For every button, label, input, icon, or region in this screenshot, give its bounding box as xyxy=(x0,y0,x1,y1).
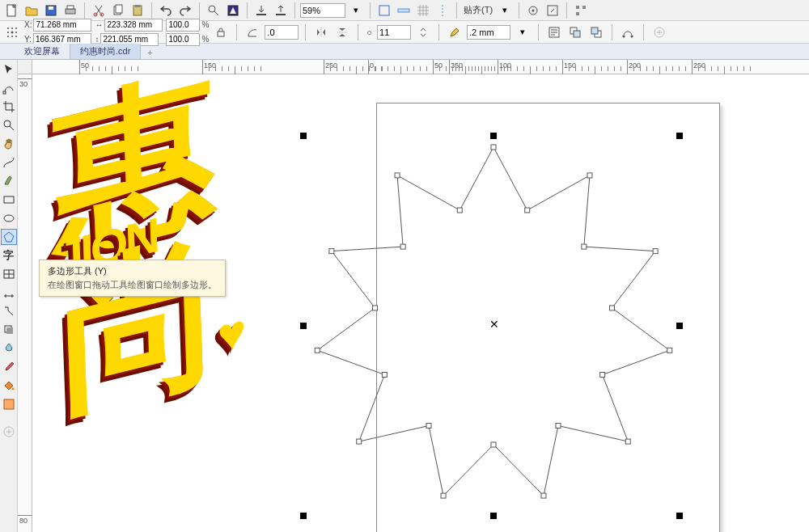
canvas-area[interactable]: 惠 JION 尚♥ ✕ xyxy=(32,74,809,532)
svg-rect-55 xyxy=(587,173,592,178)
save-icon[interactable] xyxy=(42,2,60,19)
dimension-tool-icon[interactable] xyxy=(1,285,17,301)
quick-customize-toolbox-icon[interactable] xyxy=(1,424,17,440)
svg-rect-54 xyxy=(525,208,530,213)
pick-tool-icon[interactable] xyxy=(1,61,17,78)
sides-input[interactable] xyxy=(377,25,411,40)
wrap-text-icon[interactable] xyxy=(545,23,563,41)
import-icon[interactable] xyxy=(252,2,270,19)
eyedropper-icon[interactable] xyxy=(1,359,17,375)
svg-point-5 xyxy=(94,13,97,16)
selection-handle[interactable] xyxy=(676,323,683,329)
pan-tool-icon[interactable] xyxy=(1,136,17,152)
outline-dropdown-icon[interactable]: ▾ xyxy=(514,23,532,41)
outline-pen-icon[interactable] xyxy=(446,23,464,41)
scale-x-input[interactable] xyxy=(166,19,200,32)
svg-rect-16 xyxy=(398,9,409,12)
tooltip-body: 在绘图窗口拖动工具绘图窗口绘制多边形。 xyxy=(48,279,217,291)
transparency-tool-icon[interactable] xyxy=(1,340,17,357)
svg-rect-64 xyxy=(491,442,496,447)
mirror-v-icon[interactable] xyxy=(333,23,351,41)
paste-icon[interactable] xyxy=(129,2,146,19)
selection-handle[interactable] xyxy=(300,513,307,519)
snap-dropdown-icon[interactable]: ▾ xyxy=(496,2,514,19)
new-icon[interactable] xyxy=(3,2,21,19)
snap-label[interactable]: 贴齐(T) xyxy=(462,4,494,16)
launch-icon[interactable] xyxy=(544,2,561,19)
x-input[interactable] xyxy=(33,19,91,32)
selection-center-icon[interactable]: ✕ xyxy=(489,318,499,331)
print-icon[interactable] xyxy=(61,2,79,19)
svg-rect-73 xyxy=(395,173,400,178)
fill-tool-icon[interactable] xyxy=(1,378,17,394)
to-back-icon[interactable] xyxy=(587,23,605,41)
selection-handle[interactable] xyxy=(300,323,307,329)
ruler-vertical[interactable]: 3080 xyxy=(18,74,32,532)
svg-rect-69 xyxy=(315,348,320,353)
svg-rect-48 xyxy=(6,327,13,334)
selection-handle[interactable] xyxy=(300,133,307,139)
connector-tool-icon[interactable] xyxy=(1,303,17,319)
selection-handle[interactable] xyxy=(490,513,497,519)
convert-curves-icon[interactable] xyxy=(619,23,637,41)
smart-fill-icon[interactable] xyxy=(1,396,17,412)
svg-point-28 xyxy=(15,32,17,33)
svg-rect-61 xyxy=(625,439,630,444)
svg-rect-8 xyxy=(116,5,122,13)
shape-tool-icon[interactable] xyxy=(1,80,17,96)
quick-customize-icon[interactable] xyxy=(650,23,668,41)
publish-icon[interactable] xyxy=(224,2,242,19)
lock-ratio-icon[interactable] xyxy=(212,23,230,41)
object-origin-icon[interactable] xyxy=(3,23,21,41)
cut-icon[interactable] xyxy=(90,2,108,19)
svg-rect-41 xyxy=(3,91,6,94)
app-launcher-icon[interactable] xyxy=(572,2,590,19)
canvas-wrap: 50150250350050100150200250 3080 惠 JION 尚… xyxy=(18,60,809,532)
show-rulers-icon[interactable] xyxy=(395,2,413,19)
tab-file[interactable]: 约惠时尚.cdr xyxy=(70,44,141,59)
ellipse-tool-icon[interactable] xyxy=(1,210,17,226)
polygon-shape[interactable] xyxy=(32,74,809,532)
curve-tool-icon[interactable] xyxy=(1,154,17,171)
selection-handle[interactable] xyxy=(490,133,497,139)
width-input[interactable] xyxy=(104,19,163,32)
show-grid-icon[interactable] xyxy=(414,2,432,19)
svg-point-44 xyxy=(4,215,14,222)
svg-point-30 xyxy=(11,36,13,37)
options-icon[interactable] xyxy=(524,2,542,19)
text-tool-icon[interactable]: 字 xyxy=(1,247,17,264)
selection-handle[interactable] xyxy=(676,513,683,519)
polygon-tool-icon[interactable] xyxy=(1,229,17,245)
zoom-input[interactable] xyxy=(300,3,345,18)
zoom-tool-icon[interactable] xyxy=(1,117,17,133)
copy-icon[interactable] xyxy=(109,2,127,19)
svg-rect-59 xyxy=(667,348,672,353)
search-icon[interactable] xyxy=(205,2,222,19)
percent-label: % xyxy=(200,20,209,30)
table-tool-icon[interactable] xyxy=(1,266,17,282)
zoom-dropdown-icon[interactable]: ▾ xyxy=(347,2,365,19)
mirror-h-icon[interactable] xyxy=(312,23,330,41)
redo-icon[interactable] xyxy=(176,2,194,19)
drop-shadow-icon[interactable] xyxy=(1,322,17,338)
scale-y-input[interactable] xyxy=(166,33,200,46)
show-guides-icon[interactable] xyxy=(434,2,451,19)
outline-width-input[interactable] xyxy=(467,25,510,40)
sides-spinner-icon[interactable] xyxy=(414,23,432,41)
svg-rect-63 xyxy=(541,493,546,498)
selection-handle[interactable] xyxy=(676,133,683,139)
svg-point-25 xyxy=(15,27,17,29)
svg-rect-3 xyxy=(66,9,75,14)
rectangle-tool-icon[interactable] xyxy=(1,192,17,208)
ruler-corner[interactable] xyxy=(18,60,32,74)
crop-tool-icon[interactable] xyxy=(1,99,17,115)
rotation-input[interactable] xyxy=(265,25,299,40)
to-front-icon[interactable] xyxy=(566,23,584,41)
tab-welcome[interactable]: 欢迎屏幕 xyxy=(15,44,70,59)
artistic-media-icon[interactable] xyxy=(1,173,17,189)
export-icon[interactable] xyxy=(272,2,290,19)
open-icon[interactable] xyxy=(23,2,40,19)
undo-icon[interactable] xyxy=(157,2,175,19)
fullscreen-icon[interactable] xyxy=(375,2,393,19)
tab-add-icon[interactable]: + xyxy=(141,46,159,59)
